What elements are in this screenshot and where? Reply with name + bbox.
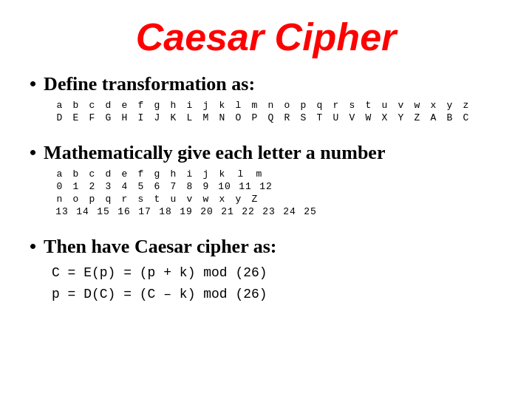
section-math: • Mathematically give each letter a numb… <box>30 141 502 220</box>
cell: L <box>182 112 198 123</box>
page-title: Caesar Cipher <box>30 15 502 59</box>
cell: N <box>214 112 231 123</box>
math-row-1: a b c d e f g h i j k l m <box>52 168 502 180</box>
cell: k <box>214 100 231 111</box>
bullet-math: • <box>30 141 36 164</box>
cell: r <box>328 100 344 111</box>
cell: x <box>426 100 442 111</box>
cell: z <box>458 100 474 111</box>
section-caesar: • Then have Caesar cipher as: C = E(p) =… <box>30 235 502 304</box>
cell: I <box>133 112 149 123</box>
cell: Y <box>393 112 409 123</box>
math-row-3: n o p q r s t u v w x y Z <box>52 194 502 205</box>
cell: E <box>68 112 84 123</box>
cell: q <box>312 100 328 111</box>
cell: b <box>68 100 84 111</box>
cell: M <box>198 112 214 123</box>
cell: K <box>166 112 182 123</box>
formula-1: C = E(p) = (p + k) mod (26) <box>52 263 502 283</box>
cell: G <box>100 112 117 123</box>
cell: o <box>279 100 296 111</box>
cell: w <box>409 100 426 111</box>
cell: v <box>393 100 409 111</box>
cell: l <box>231 100 247 111</box>
cell: u <box>377 100 393 111</box>
cell: m <box>247 100 263 111</box>
bullet-line-define: • Define transformation as: <box>30 72 502 95</box>
cell: B <box>442 112 458 123</box>
cell: g <box>149 100 166 111</box>
cell: e <box>117 100 133 111</box>
cell: A <box>426 112 442 123</box>
cell: P <box>247 112 263 123</box>
bullet-text-define: Define transformation as: <box>44 72 255 95</box>
cell: H <box>117 112 133 123</box>
math-row-2: 0 1 2 3 4 5 6 7 8 9 10 11 12 <box>52 181 502 192</box>
cell: F <box>84 112 100 123</box>
cell: f <box>133 100 149 111</box>
bullet-line-math: • Mathematically give each letter a numb… <box>30 141 502 164</box>
math-table: a b c d e f g h i j k l m 0 1 2 3 4 <box>52 168 502 217</box>
cell: h <box>166 100 182 111</box>
cell: d <box>100 100 117 111</box>
cell: S <box>296 112 312 123</box>
cell: T <box>312 112 328 123</box>
math-row-4: 13 14 15 16 17 18 19 20 21 22 23 24 25 <box>52 206 502 217</box>
formula-block: C = E(p) = (p + k) mod (26) p = D(C) = (… <box>52 263 502 304</box>
section-define: • Define transformation as: a b c d e f … <box>30 72 502 126</box>
cell: X <box>377 112 393 123</box>
define-table: a b c d e f g h i j k l m n o p q r s t <box>52 100 502 123</box>
define-bottom-row: D E F G H I J K L M N O P Q R S T U V W <box>52 112 502 123</box>
page: Caesar Cipher • Define transformation as… <box>0 0 532 399</box>
formula-2: p = D(C) = (C – k) mod (26) <box>52 284 502 304</box>
cell: R <box>279 112 296 123</box>
cell: J <box>149 112 166 123</box>
bullet-text-caesar: Then have Caesar cipher as: <box>44 235 276 258</box>
cell: W <box>361 112 377 123</box>
cell: n <box>263 100 279 111</box>
cell: s <box>344 100 361 111</box>
cell: p <box>296 100 312 111</box>
cell: O <box>231 112 247 123</box>
cell: i <box>182 100 198 111</box>
define-top-row: a b c d e f g h i j k l m n o p q r s t <box>52 100 502 111</box>
bullet-line-caesar: • Then have Caesar cipher as: <box>30 235 502 258</box>
bullet-define: • <box>30 72 36 95</box>
cell: y <box>442 100 458 111</box>
cell: D <box>52 112 68 123</box>
cell: V <box>344 112 361 123</box>
cell: t <box>361 100 377 111</box>
cell: Z <box>409 112 426 123</box>
cell: Q <box>263 112 279 123</box>
cell: c <box>84 100 100 111</box>
bullet-text-math: Mathematically give each letter a number <box>44 141 385 164</box>
cell: j <box>198 100 214 111</box>
bullet-caesar: • <box>30 235 36 258</box>
cell: a <box>52 100 68 111</box>
cell: C <box>458 112 474 123</box>
cell: U <box>328 112 344 123</box>
